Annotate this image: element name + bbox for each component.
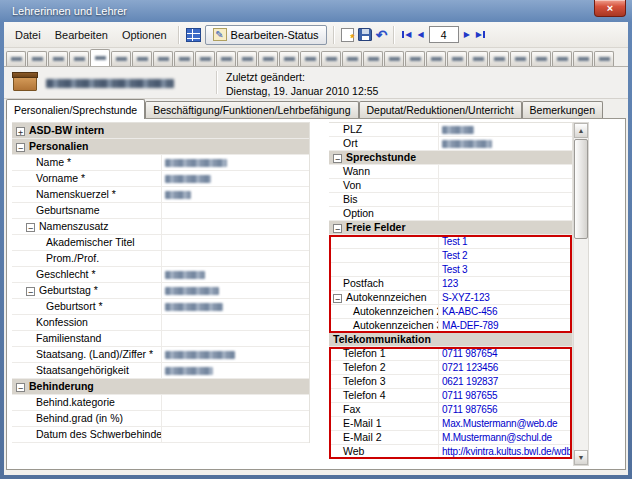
menu-datei[interactable]: Datei <box>8 26 48 44</box>
row-value[interactable] <box>162 411 309 426</box>
top-tab-4[interactable] <box>69 51 89 66</box>
top-tab-5[interactable] <box>90 49 110 66</box>
field-row-vorname[interactable]: Vorname * <box>12 171 309 187</box>
field-row-geburtsort[interactable]: Geburtsort * <box>12 299 309 315</box>
section-row-sprechstunde[interactable]: −Sprechstunde <box>329 151 572 165</box>
field-row-prom-prof[interactable]: Prom./Prof. <box>12 251 309 267</box>
top-tab-17[interactable] <box>342 51 362 66</box>
vertical-scrollbar[interactable]: ▲ ▼ <box>573 122 589 466</box>
section-row-behinderung[interactable]: −Behinderung <box>12 379 309 395</box>
row-value[interactable] <box>162 219 309 234</box>
row-value[interactable] <box>439 193 572 206</box>
field-row-autokennzeichen[interactable]: −AutokennzeichenS-XYZ-123 <box>329 291 572 305</box>
field-row-postfach[interactable]: Postfach123 <box>329 277 572 291</box>
row-value[interactable] <box>162 299 309 314</box>
field-row-ort[interactable]: Ort <box>329 137 572 151</box>
section-row-asd-bw-intern[interactable]: +ASD-BW intern <box>12 123 309 139</box>
collapse-icon[interactable]: − <box>333 294 342 303</box>
field-row-familienstand[interactable]: Familienstand <box>12 331 309 347</box>
row-value[interactable]: 123 <box>439 277 572 290</box>
field-row-von[interactable]: Von <box>329 179 572 193</box>
row-value[interactable]: MA-DEF-789 <box>439 319 572 332</box>
field-row-staatsangeh-rigkeit[interactable]: Staatsangehörigkeit <box>12 363 309 379</box>
top-tab-20[interactable] <box>405 51 425 66</box>
row-value[interactable]: 0721 123456 <box>439 361 572 374</box>
row-value[interactable] <box>162 395 309 410</box>
next-record-button[interactable]: ▶ <box>461 28 473 41</box>
row-value[interactable] <box>162 283 309 298</box>
collapse-icon[interactable]: − <box>333 154 342 163</box>
edit-status-button[interactable]: ✎ Bearbeiten-Status <box>205 25 327 45</box>
top-tab-2[interactable] <box>27 51 47 66</box>
record-number-field[interactable]: 4 <box>429 26 459 43</box>
field-row-telefon-4[interactable]: Telefon 40711 987655 <box>329 389 572 403</box>
top-tab-14[interactable] <box>279 51 299 66</box>
top-tab-27[interactable] <box>552 51 572 66</box>
row-value[interactable]: http://kvintra.kultus.bwl.de/wdb/ <box>439 445 572 458</box>
field-row-behind-grad-in[interactable]: Behind.grad (in %) <box>12 411 309 427</box>
menu-bearbeiten[interactable]: Bearbeiten <box>48 26 115 44</box>
row-value[interactable]: KA-ABC-456 <box>439 305 572 318</box>
top-tab-21[interactable] <box>426 51 446 66</box>
field-row-datum-des-schwerbehinder[interactable]: Datum des Schwerbehinder <box>12 427 309 443</box>
form-view-button[interactable] <box>184 26 203 44</box>
field-row-e-mail-1[interactable]: E-Mail 1Max.Mustermann@web.de <box>329 417 572 431</box>
undo-button[interactable]: ↶ <box>374 26 390 44</box>
top-tab-24[interactable] <box>489 51 509 66</box>
top-tab-13[interactable] <box>258 51 278 66</box>
field-row-behind-kategorie[interactable]: Behind.kategorie <box>12 395 309 411</box>
field-row-e-mail-2[interactable]: E-Mail 2M.Mustermann@schul.de <box>329 431 572 445</box>
row-value[interactable] <box>162 171 309 186</box>
field-row-fax[interactable]: Fax0711 987656 <box>329 403 572 417</box>
collapse-icon[interactable]: − <box>26 223 35 232</box>
row-value[interactable]: 0621 192837 <box>439 375 572 388</box>
top-tab-29[interactable] <box>594 51 614 66</box>
field-row-telefon-1[interactable]: Telefon 10711 987654 <box>329 347 572 361</box>
row-value[interactable] <box>162 347 309 362</box>
row-value[interactable] <box>439 179 572 192</box>
top-tab-8[interactable] <box>153 51 173 66</box>
first-record-button[interactable]: ◀ <box>399 28 414 41</box>
field-row-plz[interactable]: PLZ <box>329 123 572 137</box>
field-row-web[interactable]: Webhttp://kvintra.kultus.bwl.de/wdb/ <box>329 445 572 459</box>
collapse-icon[interactable]: − <box>16 143 25 152</box>
row-value[interactable] <box>162 363 309 378</box>
top-tab-12[interactable] <box>237 51 257 66</box>
field-row-telefon-2[interactable]: Telefon 20721 123456 <box>329 361 572 375</box>
row-value[interactable] <box>162 315 309 330</box>
field-row-blank[interactable]: Test 3 <box>329 263 572 277</box>
field-row-option[interactable]: Option <box>329 207 572 221</box>
collapse-icon[interactable]: − <box>26 287 35 296</box>
row-value[interactable]: 0711 987654 <box>439 347 572 360</box>
collapse-icon[interactable]: − <box>333 224 342 233</box>
tab-beschaeftigung-funktionen-lehrbefaehigung[interactable]: Beschäftigung/Funktionen/Lehrbefähigung <box>145 101 358 118</box>
tab-personalien-sprechstunde[interactable]: Personalien/Sprechstunde <box>6 99 145 119</box>
top-tab-3[interactable] <box>48 51 68 66</box>
top-tab-7[interactable] <box>132 51 152 66</box>
menu-optionen[interactable]: Optionen <box>115 26 174 44</box>
top-tab-1[interactable] <box>6 51 26 66</box>
save-button[interactable] <box>356 26 374 43</box>
field-row-bis[interactable]: Bis <box>329 193 572 207</box>
scroll-down-button[interactable]: ▼ <box>574 450 588 465</box>
titlebar[interactable]: Lehrerinnen und Lehrer × <box>4 0 628 22</box>
tab-bemerkungen[interactable]: Bemerkungen <box>522 101 603 118</box>
top-tab-15[interactable] <box>300 51 320 66</box>
row-value[interactable] <box>162 187 309 202</box>
field-row-geburtstag[interactable]: −Geburtstag * <box>12 283 309 299</box>
top-tab-25[interactable] <box>510 51 530 66</box>
row-value[interactable]: 0711 987656 <box>439 403 572 416</box>
row-value[interactable]: Test 1 <box>439 235 572 248</box>
scroll-up-button[interactable]: ▲ <box>574 123 588 138</box>
field-row-name[interactable]: Name * <box>12 155 309 171</box>
row-value[interactable] <box>439 207 572 220</box>
expand-icon[interactable]: + <box>16 127 25 136</box>
row-value[interactable]: S-XYZ-123 <box>439 291 572 304</box>
top-tab-11[interactable] <box>216 51 236 66</box>
close-button[interactable]: × <box>594 0 626 17</box>
previous-record-button[interactable]: ◀ <box>415 28 427 41</box>
top-tab-10[interactable] <box>195 51 215 66</box>
row-value[interactable] <box>439 165 572 178</box>
new-record-button[interactable]: * <box>339 26 356 44</box>
top-tab-9[interactable] <box>174 51 194 66</box>
